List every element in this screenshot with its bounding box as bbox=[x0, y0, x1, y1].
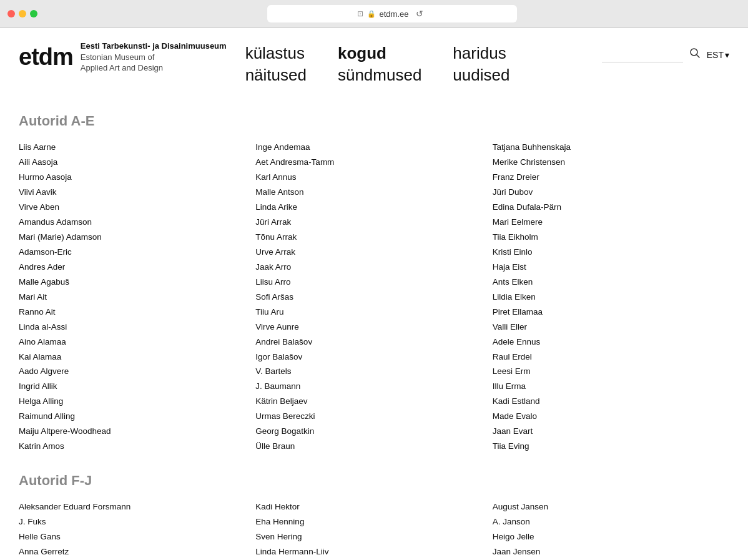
name-item[interactable]: Ingrid Allik bbox=[19, 380, 255, 394]
nav-col-1: külastus näitused bbox=[245, 44, 307, 85]
logo-description: Eesti Tarbekunsti- ja Disainimuuseum Est… bbox=[81, 41, 227, 74]
name-item[interactable]: Andres Ader bbox=[19, 260, 255, 275]
name-item[interactable]: Leesi Erm bbox=[493, 365, 729, 379]
name-item[interactable]: Anna Gerretz bbox=[19, 545, 255, 559]
name-item[interactable]: Katrin Amos bbox=[19, 440, 255, 454]
name-item[interactable]: Heigo Jelle bbox=[493, 530, 729, 544]
name-item[interactable]: Maiju Altpere-Woodhead bbox=[19, 425, 255, 439]
nav-link-haridus[interactable]: haridus bbox=[453, 44, 509, 63]
name-item[interactable]: Eha Henning bbox=[255, 515, 492, 529]
name-item[interactable]: Virve Aben bbox=[19, 200, 255, 215]
name-item[interactable]: Aino Alamaa bbox=[19, 335, 255, 350]
name-item[interactable]: Merike Christensen bbox=[493, 155, 729, 170]
name-item[interactable]: Raimund Alling bbox=[19, 410, 255, 424]
name-item[interactable]: Amandus Adamson bbox=[19, 215, 255, 230]
names-col-3: Tatjana BuhhenskajaMerike ChristensenFra… bbox=[493, 140, 729, 454]
name-item[interactable]: Piret Ellamaa bbox=[493, 305, 729, 320]
name-item[interactable]: Adamson-Eric bbox=[19, 245, 255, 260]
name-item[interactable]: Tatjana Buhhenskaja bbox=[493, 140, 729, 155]
name-item[interactable]: Mari Ait bbox=[19, 290, 255, 305]
nav-link-kulastus[interactable]: külastus bbox=[245, 44, 307, 63]
name-item[interactable]: Helga Alling bbox=[19, 395, 255, 409]
name-item[interactable]: Ants Elken bbox=[493, 275, 729, 290]
name-item[interactable]: Linda Hermann-Liiv bbox=[255, 545, 492, 559]
name-item[interactable]: Georg Bogatkin bbox=[255, 425, 492, 439]
close-button[interactable] bbox=[7, 10, 15, 17]
site-title-et: Eesti Tarbekunsti- ja Disainimuuseum bbox=[81, 41, 227, 52]
name-item[interactable]: Liis Aarne bbox=[19, 140, 255, 155]
name-item[interactable]: Ranno Ait bbox=[19, 305, 255, 320]
name-item[interactable]: Jüri Dubov bbox=[493, 185, 729, 200]
name-item[interactable]: Aado Algvere bbox=[19, 365, 255, 379]
name-item[interactable]: Malle Antson bbox=[255, 185, 492, 200]
section-heading: Autorid A-E bbox=[19, 113, 729, 129]
name-item[interactable]: Karl Annus bbox=[255, 170, 492, 185]
name-item[interactable]: Edina Dufala-Pärn bbox=[493, 200, 729, 215]
name-item[interactable]: Sofi Aršas bbox=[255, 290, 492, 305]
name-item[interactable]: Tiia Eikholm bbox=[493, 230, 729, 245]
name-item[interactable]: Malle Agabuš bbox=[19, 275, 255, 290]
site-title-en-line2: Applied Art and Design bbox=[81, 62, 227, 74]
name-item[interactable]: Andrei Balašov bbox=[255, 335, 492, 350]
minimize-button[interactable] bbox=[19, 10, 26, 17]
nav-link-naitused[interactable]: näitused bbox=[245, 66, 307, 85]
name-item[interactable]: August Jansen bbox=[493, 500, 729, 514]
name-item[interactable]: Inge Andemaa bbox=[255, 140, 492, 155]
name-item[interactable]: J. Fuks bbox=[19, 515, 255, 529]
name-item[interactable]: Aleksander Eduard Forsmann bbox=[19, 500, 255, 514]
name-item[interactable]: Valli Eller bbox=[493, 320, 729, 335]
name-item[interactable]: Urve Arrak bbox=[255, 245, 492, 260]
name-item[interactable]: Kai Alamaa bbox=[19, 350, 255, 365]
name-item[interactable]: Kadi Estland bbox=[493, 395, 729, 409]
name-item[interactable]: Lildia Elken bbox=[493, 290, 729, 305]
name-item[interactable]: Liisu Arro bbox=[255, 275, 492, 290]
name-item[interactable]: Tõnu Arrak bbox=[255, 230, 492, 245]
name-item[interactable]: Aili Aasoja bbox=[19, 155, 255, 170]
search-button[interactable] bbox=[689, 47, 701, 62]
name-item[interactable]: Made Evalo bbox=[493, 410, 729, 424]
name-item[interactable]: Jaan Jensen bbox=[493, 545, 729, 559]
name-item[interactable]: Kätrin Beljaev bbox=[255, 395, 492, 409]
nav-link-kogud[interactable]: kogud bbox=[338, 44, 421, 63]
name-item[interactable]: Ülle Braun bbox=[255, 440, 492, 454]
name-item[interactable]: Igor Balašov bbox=[255, 350, 492, 365]
name-item[interactable]: Jüri Arrak bbox=[255, 215, 492, 230]
name-item[interactable]: Franz Dreier bbox=[493, 170, 729, 185]
logo-area: etdm Eesti Tarbekunsti- ja Disainimuuseu… bbox=[19, 41, 227, 74]
lock-icon: 🔒 bbox=[367, 10, 376, 18]
nav-link-sundmused[interactable]: sündmused bbox=[338, 66, 421, 85]
name-item[interactable]: Virve Aunre bbox=[255, 320, 492, 335]
name-item[interactable]: Mari (Marie) Adamson bbox=[19, 230, 255, 245]
maximize-button[interactable] bbox=[30, 10, 37, 17]
name-item[interactable]: Adele Ennus bbox=[493, 335, 729, 350]
name-item[interactable]: Illu Erma bbox=[493, 380, 729, 394]
name-item[interactable]: A. Janson bbox=[493, 515, 729, 529]
name-item[interactable]: Viivi Aavik bbox=[19, 185, 255, 200]
name-item[interactable]: Hurmo Aasoja bbox=[19, 170, 255, 185]
name-item[interactable]: Kadi Hektor bbox=[255, 500, 492, 514]
names-col-2: Inge AndemaaAet Andresma-TammKarl AnnusM… bbox=[255, 140, 492, 454]
section-heading: Autorid F-J bbox=[19, 473, 729, 489]
logo[interactable]: etdm bbox=[19, 44, 73, 71]
name-item[interactable]: Linda Arike bbox=[255, 200, 492, 215]
name-item[interactable]: V. Bartels bbox=[255, 365, 492, 379]
name-item[interactable]: Mari Eelmere bbox=[493, 215, 729, 230]
address-bar[interactable]: ⊡ 🔒 etdm.ee ↺ bbox=[267, 5, 517, 22]
name-item[interactable]: Kristi Einlo bbox=[493, 245, 729, 260]
name-item[interactable]: Jaak Arro bbox=[255, 260, 492, 275]
name-item[interactable]: Linda al-Assi bbox=[19, 320, 255, 335]
name-item[interactable]: Raul Erdel bbox=[493, 350, 729, 365]
name-item[interactable]: Urmas Bereczki bbox=[255, 410, 492, 424]
nav-link-uudised[interactable]: uudised bbox=[453, 66, 509, 85]
name-item[interactable]: J. Baumann bbox=[255, 380, 492, 394]
name-item[interactable]: Aet Andresma-Tamm bbox=[255, 155, 492, 170]
language-selector[interactable]: EST ▾ bbox=[707, 50, 729, 60]
name-item[interactable]: Helle Gans bbox=[19, 530, 255, 544]
name-item[interactable]: Tiia Eving bbox=[493, 440, 729, 454]
name-item[interactable]: Jaan Evart bbox=[493, 425, 729, 439]
search-input[interactable] bbox=[602, 47, 683, 62]
reload-button[interactable]: ↺ bbox=[412, 7, 427, 20]
name-item[interactable]: Haja Eist bbox=[493, 260, 729, 275]
name-item[interactable]: Tiiu Aru bbox=[255, 305, 492, 320]
name-item[interactable]: Sven Hering bbox=[255, 530, 492, 544]
